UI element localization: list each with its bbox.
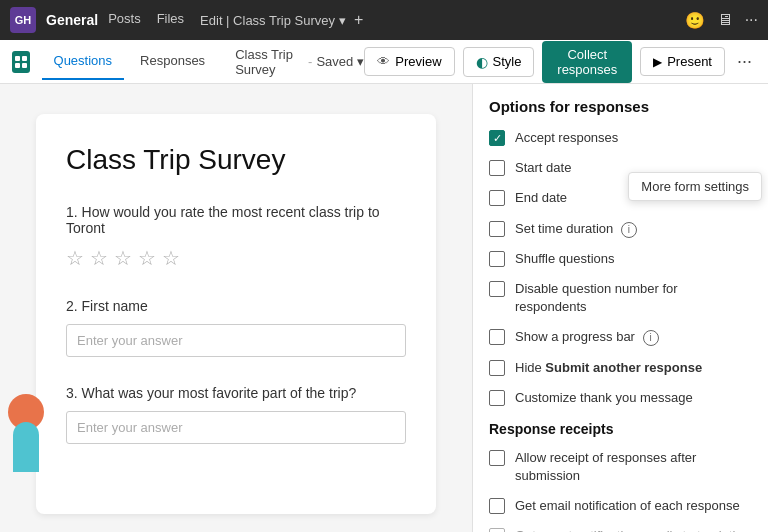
survey-name-breadcrumb: Class Trip Survey - Saved ▾	[235, 47, 364, 77]
option-time-duration: Set time duration i	[489, 220, 752, 238]
top-bar-right: 🙂 🖥 ···	[685, 11, 758, 30]
checkbox-hide-submit[interactable]	[489, 360, 505, 376]
label-allow-receipt: Allow receipt of responses after submiss…	[515, 449, 752, 485]
more-top-icon[interactable]: ···	[745, 11, 758, 29]
main-content: Class Trip Survey 1. How would you rate …	[0, 84, 768, 532]
form-card: Class Trip Survey 1. How would you rate …	[36, 114, 436, 514]
app-name: General	[46, 12, 98, 28]
star-rating[interactable]: ☆ ☆ ☆ ☆ ☆	[66, 246, 406, 270]
options-panel: More form settings Options for responses…	[472, 84, 768, 532]
checkbox-allow-receipt[interactable]	[489, 450, 505, 466]
present-button[interactable]: ▶ Present	[640, 47, 725, 76]
label-start-date: Start date	[515, 159, 571, 177]
option-hide-submit: Hide Submit another response	[489, 359, 752, 377]
question-1-block: 1. How would you rate the most recent cl…	[66, 204, 406, 270]
question-1-label: 1. How would you rate the most recent cl…	[66, 204, 406, 236]
preview-button[interactable]: 👁 Preview	[364, 47, 454, 76]
label-end-date: End date	[515, 189, 567, 207]
decoration-person	[13, 422, 39, 472]
label-email-notification: Get email notification of each response	[515, 497, 740, 515]
tab-questions[interactable]: Questions	[42, 43, 125, 80]
svg-rect-3	[22, 63, 27, 68]
receipts-section-label: Response receipts	[489, 421, 752, 437]
option-disable-number: Disable question number for respondents	[489, 280, 752, 316]
form-panel: Class Trip Survey 1. How would you rate …	[0, 84, 472, 532]
sub-nav-tabs: Questions Responses	[42, 43, 218, 80]
hide-submit-bold: Submit another response	[545, 360, 702, 375]
sub-nav-left: Questions Responses Class Trip Survey - …	[12, 43, 364, 80]
option-smart-notification: Get smart notification emails to track t…	[489, 527, 752, 532]
decoration	[8, 394, 44, 472]
forms-logo	[12, 51, 30, 73]
option-progress-bar: Show a progress bar i	[489, 328, 752, 346]
more-form-settings-tooltip: More form settings	[628, 172, 762, 201]
nav-files[interactable]: Files	[157, 11, 184, 29]
option-customize-thankyou: Customize thank you message	[489, 389, 752, 407]
preview-icon: 👁	[377, 54, 390, 69]
top-bar-nav: Posts Files Edit | Class Trip Survey ▾ +	[108, 11, 363, 29]
checkbox-smart-notification	[489, 528, 505, 532]
app-avatar: GH	[10, 7, 36, 33]
top-bar-left: GH General Posts Files Edit | Class Trip…	[10, 7, 363, 33]
saved-dropdown-icon[interactable]: ▾	[357, 54, 364, 69]
checkbox-accept[interactable]	[489, 130, 505, 146]
info-time-duration-icon[interactable]: i	[621, 222, 637, 238]
dash-separator: -	[308, 54, 312, 69]
option-accept-responses: Accept responses	[489, 129, 752, 147]
dropdown-icon[interactable]: ▾	[339, 13, 346, 28]
label-smart-notification: Get smart notification emails to track t…	[515, 527, 752, 532]
checkbox-shuffle[interactable]	[489, 251, 505, 267]
question-2-input[interactable]: Enter your answer	[66, 324, 406, 357]
label-time-duration: Set time duration i	[515, 220, 637, 238]
top-bar: GH General Posts Files Edit | Class Trip…	[0, 0, 768, 40]
option-shuffle: Shuffle questions	[489, 250, 752, 268]
label-shuffle: Shuffle questions	[515, 250, 615, 268]
label-progress-bar: Show a progress bar i	[515, 328, 659, 346]
info-progress-bar-icon[interactable]: i	[643, 330, 659, 346]
tab-responses[interactable]: Responses	[128, 43, 217, 80]
star-3[interactable]: ☆	[114, 246, 132, 270]
present-icon: ▶	[653, 55, 662, 69]
star-2[interactable]: ☆	[90, 246, 108, 270]
svg-rect-1	[22, 56, 27, 61]
question-3-block: 3. What was your most favorite part of t…	[66, 385, 406, 444]
more-options-icon[interactable]: ···	[733, 47, 756, 76]
style-icon: ◐	[476, 54, 488, 70]
form-title: Class Trip Survey	[66, 144, 406, 176]
star-5[interactable]: ☆	[162, 246, 180, 270]
svg-rect-2	[15, 63, 20, 68]
emoji-icon[interactable]: 🙂	[685, 11, 705, 30]
checkbox-progress-bar[interactable]	[489, 329, 505, 345]
nav-edit: Edit | Class Trip Survey ▾ +	[200, 11, 363, 29]
add-tab-icon[interactable]: +	[354, 11, 363, 29]
label-hide-submit: Hide Submit another response	[515, 359, 702, 377]
question-3-input[interactable]: Enter your answer	[66, 411, 406, 444]
screen-icon[interactable]: 🖥	[717, 11, 733, 29]
forms-icon-svg	[14, 55, 28, 69]
star-4[interactable]: ☆	[138, 246, 156, 270]
checkbox-customize-thankyou[interactable]	[489, 390, 505, 406]
label-disable-number: Disable question number for respondents	[515, 280, 752, 316]
sub-nav-right: 👁 Preview ◐ Style Collect responses ▶ Pr…	[364, 41, 756, 83]
nav-posts[interactable]: Posts	[108, 11, 141, 29]
style-button[interactable]: ◐ Style	[463, 47, 535, 77]
checkbox-disable-number[interactable]	[489, 281, 505, 297]
checkbox-start-date[interactable]	[489, 160, 505, 176]
checkbox-email-notification[interactable]	[489, 498, 505, 514]
question-2-label: 2. First name	[66, 298, 406, 314]
label-customize-thankyou: Customize thank you message	[515, 389, 693, 407]
options-title: Options for responses	[489, 98, 752, 115]
svg-rect-0	[15, 56, 20, 61]
collect-responses-button[interactable]: Collect responses	[542, 41, 632, 83]
checkbox-time-duration[interactable]	[489, 221, 505, 237]
option-email-notification: Get email notification of each response	[489, 497, 752, 515]
sub-nav: Questions Responses Class Trip Survey - …	[0, 40, 768, 84]
label-accept: Accept responses	[515, 129, 618, 147]
question-3-label: 3. What was your most favorite part of t…	[66, 385, 406, 401]
option-allow-receipt: Allow receipt of responses after submiss…	[489, 449, 752, 485]
star-1[interactable]: ☆	[66, 246, 84, 270]
question-2-block: 2. First name Enter your answer	[66, 298, 406, 357]
checkbox-end-date[interactable]	[489, 190, 505, 206]
